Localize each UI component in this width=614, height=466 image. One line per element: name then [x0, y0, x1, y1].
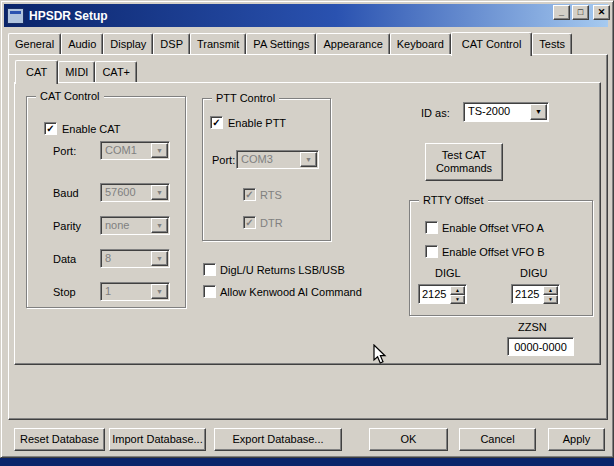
reset-database-button[interactable]: Reset Database [14, 428, 105, 451]
export-database-button[interactable]: Export Database... [214, 428, 342, 451]
allow-kenwood-ai-checkbox[interactable]: ✓ [203, 285, 216, 298]
rts-checkbox: ✓ [243, 188, 256, 201]
tab-audio[interactable]: Audio [61, 33, 103, 54]
allow-kenwood-ai-label: Allow Kenwood AI Command [220, 286, 362, 298]
diglu-returns-label: DigL/U Returns LSB/USB [220, 264, 345, 276]
ptt-port-value: COM3 [237, 151, 300, 168]
tab-cat-control[interactable]: CAT Control [451, 32, 533, 56]
cancel-button[interactable]: Cancel [459, 428, 536, 451]
app-icon [7, 8, 24, 24]
maximize-icon: □ [578, 7, 583, 17]
id-as-value: TS-2000 [464, 103, 530, 121]
check-icon: ✓ [245, 189, 253, 200]
chevron-down-icon: ▼ [530, 104, 547, 120]
tab-display[interactable]: Display [103, 33, 153, 54]
check-icon: ✓ [46, 123, 54, 134]
baud-label: Baud [53, 187, 79, 199]
enable-ptt-label: Enable PTT [228, 117, 286, 129]
chevron-down-icon: ▼ [151, 284, 168, 299]
data-bits-value: 8 [101, 250, 151, 267]
port-label: Port: [53, 145, 76, 157]
zzsn-input[interactable] [507, 337, 574, 356]
chevron-down-icon: ▼ [151, 185, 168, 200]
cat-sub-tab-bar: CAT MIDI CAT+ [15, 59, 137, 82]
chevron-down-icon: ▼ [151, 218, 168, 233]
cat-port-select: COM1 ▼ [100, 141, 170, 160]
digl-down-icon[interactable]: ▼ [450, 295, 465, 304]
tab-cat-plus[interactable]: CAT+ [95, 61, 137, 82]
close-button[interactable]: ✕ [593, 5, 610, 20]
rtty-offset-group-title: RTTY Offset [419, 194, 488, 206]
enable-offset-vfo-a-label: Enable Offset VFO A [442, 222, 544, 234]
parity-value: none [101, 217, 151, 234]
enable-cat-checkbox[interactable]: ✓ [44, 122, 57, 135]
minimize-icon: _ [559, 7, 564, 17]
cat-port-value: COM1 [101, 142, 151, 159]
stop-bits-value: 1 [101, 283, 151, 300]
digu-value: 2125 [512, 285, 543, 303]
maximize-button[interactable]: □ [572, 5, 589, 20]
cat-control-group-title: CAT Control [36, 90, 104, 102]
digu-down-icon[interactable]: ▼ [543, 295, 558, 304]
digu-up-icon[interactable]: ▲ [543, 286, 558, 295]
test-cat-commands-line2: Commands [426, 162, 502, 175]
tab-general[interactable]: General [8, 33, 61, 54]
test-cat-commands-button[interactable]: Test CAT Commands [425, 143, 503, 181]
tab-midi[interactable]: MIDI [58, 61, 95, 82]
tab-tests[interactable]: Tests [532, 33, 572, 54]
check-icon: ✓ [212, 117, 220, 128]
diglu-returns-checkbox[interactable]: ✓ [203, 263, 216, 276]
enable-offset-vfo-a-checkbox[interactable]: ✓ [425, 221, 438, 234]
digl-up-icon[interactable]: ▲ [450, 286, 465, 295]
titlebar[interactable]: HPSDR Setup [4, 4, 608, 27]
main-tab-bar: General Audio Display DSP Transmit PA Se… [8, 32, 572, 54]
rts-label: RTS [260, 189, 282, 201]
apply-button[interactable]: Apply [548, 428, 605, 451]
ptt-control-group-title: PTT Control [212, 92, 279, 104]
tab-dsp[interactable]: DSP [153, 33, 190, 54]
chevron-down-icon: ▼ [300, 152, 317, 167]
tab-cat[interactable]: CAT [15, 60, 58, 84]
zzsn-label: ZZSN [518, 321, 547, 333]
chevron-down-icon: ▼ [151, 251, 168, 266]
hpsdr-setup-window: HPSDR Setup _ □ ✕ General Audio Display … [0, 0, 614, 458]
digu-label: DIGU [520, 267, 548, 279]
digl-value: 2125 [419, 285, 450, 303]
dtr-checkbox: ✓ [243, 216, 256, 229]
baud-select: 57600 ▼ [100, 183, 170, 202]
window-title: HPSDR Setup [29, 9, 108, 23]
digu-spinner[interactable]: 2125 ▲ ▼ [511, 284, 560, 304]
enable-ptt-checkbox[interactable]: ✓ [210, 116, 223, 129]
minimize-button[interactable]: _ [553, 5, 570, 20]
close-icon: ✕ [598, 7, 606, 17]
enable-offset-vfo-b-label: Enable Offset VFO B [442, 246, 545, 258]
parity-select: none ▼ [100, 216, 170, 235]
data-bits-select: 8 ▼ [100, 249, 170, 268]
tab-appearance[interactable]: Appearance [316, 33, 389, 54]
dtr-label: DTR [260, 217, 283, 229]
check-icon: ✓ [245, 217, 253, 228]
digl-spinner[interactable]: 2125 ▲ ▼ [418, 284, 467, 304]
id-as-label: ID as: [421, 107, 450, 119]
import-database-button[interactable]: Import Database... [109, 428, 206, 451]
data-bits-label: Data [53, 253, 76, 265]
enable-cat-label: Enable CAT [62, 123, 121, 135]
test-cat-commands-line1: Test CAT [426, 149, 502, 162]
baud-value: 57600 [101, 184, 151, 201]
tab-transmit[interactable]: Transmit [190, 33, 246, 54]
digl-label: DIGL [435, 267, 461, 279]
parity-label: Parity [53, 220, 81, 232]
enable-offset-vfo-b-checkbox[interactable]: ✓ [425, 245, 438, 258]
id-as-select[interactable]: TS-2000 ▼ [463, 102, 549, 122]
ok-button[interactable]: OK [369, 428, 448, 451]
tab-pa-settings[interactable]: PA Settings [246, 33, 316, 54]
ptt-port-select: COM3 ▼ [236, 150, 319, 169]
stop-bits-select: 1 ▼ [100, 282, 170, 301]
ptt-port-label: Port: [212, 154, 235, 166]
tab-keyboard[interactable]: Keyboard [390, 33, 451, 54]
stop-bits-label: Stop [53, 286, 76, 298]
chevron-down-icon: ▼ [151, 143, 168, 158]
